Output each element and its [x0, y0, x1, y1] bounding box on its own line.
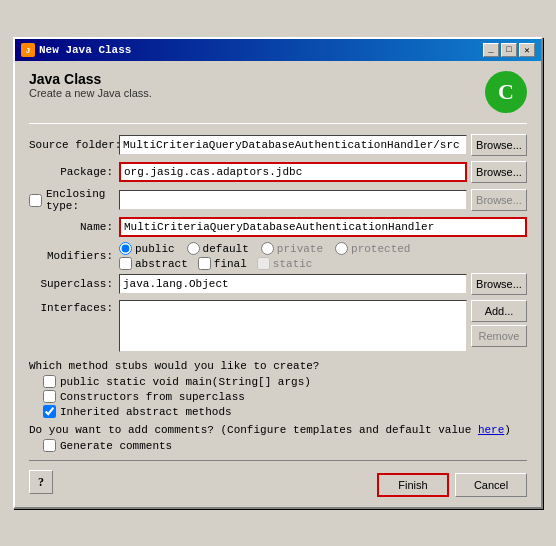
superclass-browse-button[interactable]: Browse...: [471, 273, 527, 295]
enclosing-row: Enclosing type: Browse...: [29, 188, 527, 212]
modifier-final-checkbox[interactable]: [198, 257, 211, 270]
modifiers-content: public default private protected: [119, 242, 527, 270]
modifier-public-radio[interactable]: [119, 242, 132, 255]
name-input[interactable]: [119, 217, 527, 237]
dialog-subtitle: Create a new Java class.: [29, 87, 152, 99]
separator: [29, 123, 527, 124]
modifier-abstract-checkbox[interactable]: [119, 257, 132, 270]
enclosing-label: Enclosing type:: [46, 188, 113, 212]
help-button[interactable]: ?: [29, 470, 53, 494]
modifier-public-label: public: [135, 243, 175, 255]
source-folder-row: Source folder: Browse...: [29, 134, 527, 156]
comments-section: Do you want to add comments? (Configure …: [29, 424, 527, 452]
comments-option: Generate comments: [43, 439, 527, 452]
main-window: J New Java Class _ □ ✕ Java Class Create…: [13, 37, 543, 509]
window-title: New Java Class: [39, 44, 131, 56]
access-modifiers-group: public default private protected: [119, 242, 527, 255]
name-label: Name:: [29, 221, 119, 233]
stubs-inherited-checkbox[interactable]: [43, 405, 56, 418]
name-row: Name:: [29, 217, 527, 237]
source-folder-label: Source folder:: [29, 139, 119, 151]
interfaces-buttons: Add... Remove: [471, 300, 527, 347]
modifier-private-label: private: [277, 243, 323, 255]
title-bar-left: J New Java Class: [21, 43, 131, 57]
modifier-default-label: default: [203, 243, 249, 255]
header-text: Java Class Create a new Java class.: [29, 71, 152, 99]
comments-suffix: ): [504, 424, 511, 436]
package-row: Package: Browse...: [29, 161, 527, 183]
modifier-static-checkbox[interactable]: [257, 257, 270, 270]
modifiers-label: Modifiers:: [29, 250, 119, 262]
title-bar: J New Java Class _ □ ✕: [15, 39, 541, 61]
package-browse-button[interactable]: Browse...: [471, 161, 527, 183]
stubs-section: Which method stubs would you like to cre…: [29, 360, 527, 418]
enclosing-checkbox[interactable]: [29, 194, 42, 207]
superclass-row: Superclass: Browse...: [29, 273, 527, 295]
stubs-options: public static void main(String[] args) C…: [43, 375, 527, 418]
superclass-input[interactable]: [119, 274, 467, 294]
finish-button[interactable]: Finish: [377, 473, 449, 497]
interfaces-remove-button[interactable]: Remove: [471, 325, 527, 347]
stubs-constructors-label: Constructors from superclass: [60, 391, 245, 403]
header-section: Java Class Create a new Java class. C: [29, 71, 527, 113]
stubs-option1: public static void main(String[] args): [43, 375, 527, 388]
generate-comments-label: Generate comments: [60, 440, 172, 452]
enclosing-browse-button[interactable]: Browse...: [471, 189, 527, 211]
package-input[interactable]: [119, 162, 467, 182]
title-buttons: _ □ ✕: [483, 43, 535, 57]
stubs-main-label: public static void main(String[] args): [60, 376, 311, 388]
modifier-protected-radio[interactable]: [335, 242, 348, 255]
window-icon: J: [21, 43, 35, 57]
superclass-label: Superclass:: [29, 278, 119, 290]
modifier-static-label: static: [273, 258, 313, 270]
modifier-private-item: private: [261, 242, 323, 255]
minimize-button[interactable]: _: [483, 43, 499, 57]
configure-link[interactable]: here: [478, 424, 504, 436]
modifier-final-label: final: [214, 258, 247, 270]
bottom-area: ? Finish Cancel: [29, 460, 527, 497]
stubs-option2: Constructors from superclass: [43, 390, 527, 403]
interfaces-add-button[interactable]: Add...: [471, 300, 527, 322]
dialog-title: Java Class: [29, 71, 152, 87]
package-label: Package:: [29, 166, 119, 178]
stubs-question: Which method stubs would you like to cre…: [29, 360, 527, 372]
modifier-default-radio[interactable]: [187, 242, 200, 255]
modifier-public-item: public: [119, 242, 175, 255]
modifiers-row: Modifiers: public default private: [29, 242, 527, 270]
modifier-final-item: final: [198, 257, 247, 270]
stubs-inherited-label: Inherited abstract methods: [60, 406, 232, 418]
interfaces-label: Interfaces:: [29, 302, 119, 314]
modifier-abstract-label: abstract: [135, 258, 188, 270]
modifier-abstract-item: abstract: [119, 257, 188, 270]
modifier-default-item: default: [187, 242, 249, 255]
modifier-protected-label: protected: [351, 243, 410, 255]
cancel-button[interactable]: Cancel: [455, 473, 527, 497]
button-row: Finish Cancel: [377, 473, 527, 497]
maximize-button[interactable]: □: [501, 43, 517, 57]
comments-question: Do you want to add comments? (Configure …: [29, 424, 527, 436]
modifier-private-radio[interactable]: [261, 242, 274, 255]
modifier-static-item: static: [257, 257, 313, 270]
stubs-option3: Inherited abstract methods: [43, 405, 527, 418]
interfaces-listbox[interactable]: [119, 300, 467, 352]
source-folder-browse-button[interactable]: Browse...: [471, 134, 527, 156]
close-button[interactable]: ✕: [519, 43, 535, 57]
logo-icon: C: [485, 71, 527, 113]
enclosing-input[interactable]: [119, 190, 467, 210]
stubs-main-checkbox[interactable]: [43, 375, 56, 388]
generate-comments-checkbox[interactable]: [43, 439, 56, 452]
stubs-constructors-checkbox[interactable]: [43, 390, 56, 403]
source-folder-input[interactable]: [119, 135, 467, 155]
other-modifiers-group: abstract final static: [119, 257, 527, 270]
comments-prefix: Do you want to add comments? (Configure …: [29, 424, 478, 436]
interfaces-row: Interfaces: Add... Remove: [29, 300, 527, 352]
modifier-protected-item: protected: [335, 242, 410, 255]
dialog-content: Java Class Create a new Java class. C So…: [15, 61, 541, 507]
